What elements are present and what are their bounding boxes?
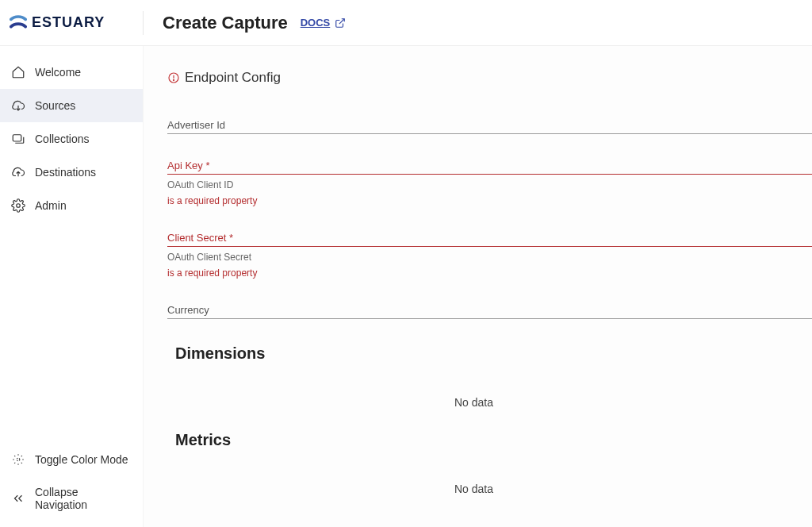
- api-key-hint: OAuth Client ID: [167, 179, 812, 190]
- input-underline: [167, 133, 812, 134]
- advertiser-id-label: Advertiser Id: [167, 119, 812, 131]
- topbar: ESTUARY Create Capture DOCS: [0, 0, 812, 46]
- input-underline: [167, 245, 812, 247]
- svg-point-14: [173, 79, 174, 80]
- api-key-error: is a required property: [167, 195, 812, 206]
- api-key-label: Api Key *: [167, 160, 812, 171]
- currency-label: Currency: [167, 304, 812, 316]
- brand-logo[interactable]: ESTUARY: [10, 14, 143, 32]
- page-title: Create Capture: [163, 13, 288, 33]
- home-icon: [11, 65, 25, 79]
- endpoint-config-heading: Endpoint Config: [167, 70, 812, 86]
- toggle-color-mode-button[interactable]: Toggle Color Mode: [0, 443, 143, 476]
- client-secret-hint: OAuth Client Secret: [167, 252, 812, 263]
- client-secret-field[interactable]: Client Secret * OAuth Client Secret is a…: [167, 232, 812, 279]
- cloud-download-icon: [11, 98, 25, 113]
- svg-line-0: [339, 18, 344, 23]
- sidebar-item-sources[interactable]: Sources: [0, 89, 143, 122]
- docs-link-label: DOCS: [301, 17, 331, 29]
- main-content: Endpoint Config Advertiser Id Api Key * …: [143, 46, 812, 527]
- svg-rect-1: [13, 135, 21, 141]
- currency-field[interactable]: Currency: [167, 304, 812, 319]
- sidebar: Welcome Sources Collections: [0, 46, 143, 527]
- svg-line-8: [14, 456, 15, 456]
- sidebar-item-collections[interactable]: Collections: [0, 122, 143, 156]
- dimensions-heading: Dimensions: [175, 344, 812, 363]
- cloud-upload-icon: [11, 165, 25, 179]
- sidebar-item-welcome[interactable]: Welcome: [0, 56, 143, 89]
- sidebar-item-label: Destinations: [35, 166, 96, 179]
- estuary-logo-icon: [10, 14, 27, 32]
- svg-line-11: [21, 456, 22, 456]
- sidebar-item-destinations[interactable]: Destinations: [0, 156, 143, 189]
- input-underline: [167, 317, 812, 319]
- input-underline: [167, 173, 812, 175]
- external-link-icon: [335, 17, 346, 29]
- brand-name: ESTUARY: [32, 14, 105, 31]
- endpoint-config-title: Endpoint Config: [185, 70, 281, 86]
- svg-point-2: [17, 204, 21, 208]
- collapse-navigation-button[interactable]: Collapse Navigation: [0, 476, 143, 521]
- chevrons-left-icon: [11, 491, 25, 506]
- sidebar-item-label: Admin: [35, 199, 67, 212]
- alert-circle-icon: [167, 71, 180, 84]
- svg-point-3: [17, 458, 20, 461]
- metrics-heading: Metrics: [175, 431, 812, 449]
- client-secret-label: Client Secret *: [167, 232, 812, 244]
- docs-link[interactable]: DOCS: [301, 17, 347, 29]
- client-secret-error: is a required property: [167, 267, 812, 279]
- dimensions-empty: No data: [167, 396, 812, 409]
- database-icon: [11, 132, 25, 146]
- toggle-color-mode-label: Toggle Color Mode: [35, 453, 128, 466]
- metrics-empty: No data: [167, 483, 812, 495]
- sidebar-item-label: Collections: [35, 133, 89, 145]
- sidebar-item-admin[interactable]: Admin: [0, 189, 143, 222]
- sidebar-item-label: Sources: [35, 99, 75, 112]
- svg-line-9: [21, 463, 22, 464]
- gear-icon: [11, 198, 25, 213]
- advertiser-id-field[interactable]: Advertiser Id: [167, 119, 812, 134]
- svg-line-10: [14, 463, 15, 464]
- sun-icon: [11, 452, 25, 467]
- sidebar-item-label: Welcome: [35, 66, 81, 79]
- separator: [143, 11, 144, 35]
- api-key-field[interactable]: Api Key * OAuth Client ID is a required …: [167, 160, 812, 206]
- collapse-navigation-label: Collapse Navigation: [35, 486, 132, 511]
